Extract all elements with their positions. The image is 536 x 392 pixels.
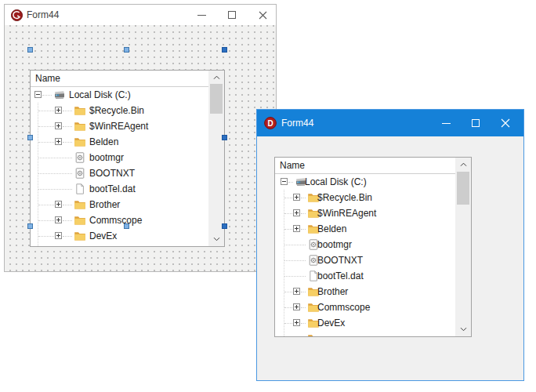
selection-handle-ne[interactable] (222, 47, 227, 53)
selection-handle-n[interactable] (124, 47, 129, 53)
scroll-thumb[interactable] (210, 84, 223, 114)
tree-row[interactable]: bootTel.dat (275, 268, 455, 284)
expand-toggle-plus[interactable] (293, 209, 300, 216)
tree-column-header[interactable]: Name (31, 71, 208, 87)
tree-row[interactable]: $WinREAgent (31, 118, 208, 134)
tree-row[interactable]: Belden (275, 221, 455, 237)
selection-handle-nw[interactable] (27, 47, 33, 53)
runtime-window: D Form44 Name Local Disk (C:) $Recycle.B… (256, 109, 524, 381)
scroll-down-button[interactable] (208, 233, 224, 245)
tree-row[interactable]: Brother (275, 284, 455, 299)
tree-item-label: bootTel.dat (317, 268, 364, 284)
tree-column-header[interactable]: Name (275, 158, 455, 174)
tree-item-label: Local Disk (C:) (305, 174, 367, 190)
folder-icon (74, 136, 86, 148)
form-design-surface[interactable]: Name Local Disk (C:) $Recycle.Bin $WinRE… (5, 25, 276, 271)
tree-connector (284, 292, 292, 292)
expand-toggle-plus[interactable] (293, 303, 300, 310)
folder-icon (74, 230, 86, 242)
runtime-titlebar[interactable]: D Form44 (257, 110, 523, 136)
maximize-button[interactable] (461, 110, 491, 136)
expand-toggle-plus[interactable] (55, 138, 62, 145)
expand-toggle-plus[interactable] (293, 194, 300, 201)
drive-icon (53, 89, 66, 101)
window-title: Form44 (27, 9, 59, 20)
delphi-app-icon: D (264, 117, 277, 129)
expand-toggle-minus[interactable] (281, 178, 288, 185)
maximize-button[interactable] (219, 5, 244, 25)
tree-row[interactable]: $Recycle.Bin (31, 103, 208, 118)
expand-toggle-plus[interactable] (55, 232, 62, 239)
vertical-scrollbar[interactable] (208, 71, 224, 246)
tree-connector (284, 260, 306, 261)
tree-row[interactable]: BOOTNXT (275, 252, 455, 268)
tree-row[interactable]: $WinREAgent (275, 205, 455, 221)
tree-item-label: $WinREAgent (317, 205, 376, 221)
tree-connector (301, 292, 306, 292)
minimize-icon (197, 15, 206, 16)
tree-row[interactable]: Local Disk (C:) (275, 174, 455, 190)
close-button[interactable] (491, 110, 520, 136)
tree-connector (38, 173, 72, 174)
expand-toggle-plus[interactable] (55, 201, 62, 208)
tree-connector (38, 205, 54, 205)
tree-item-label: BOOTNXT (317, 252, 363, 268)
selection-handle-e[interactable] (222, 135, 227, 140)
tree-row[interactable]: bootTel.dat (31, 181, 208, 197)
scroll-down-button[interactable] (455, 323, 471, 336)
tree-row[interactable]: bootmgr (31, 150, 208, 165)
tree-item-label: BOOTNXT (89, 165, 135, 181)
selection-handle-sw[interactable] (27, 223, 33, 229)
scroll-up-button[interactable] (208, 71, 224, 84)
expand-toggle-plus[interactable] (293, 319, 300, 326)
close-button[interactable] (250, 5, 275, 25)
tree-item-label: bootmgr (317, 237, 352, 252)
scroll-up-button[interactable] (455, 158, 471, 171)
selection-handle-s[interactable] (124, 223, 129, 229)
tree-row[interactable]: Brother (31, 197, 208, 212)
expand-toggle-minus[interactable] (34, 91, 42, 98)
tree-row[interactable]: bootmgr (275, 237, 455, 252)
tree-row[interactable]: Commscope (31, 212, 208, 228)
tree-item-label: $Recycle.Bin (89, 103, 144, 118)
folder-icon (74, 120, 86, 132)
vertical-scrollbar[interactable] (455, 158, 471, 336)
tree-row[interactable]: Local Disk (C:) (31, 87, 208, 103)
tree-connector (301, 323, 306, 324)
expand-toggle-plus[interactable] (293, 225, 300, 232)
tree-connector (63, 236, 72, 237)
tree-connector (38, 189, 72, 190)
tree-item-label: bootTel.dat (89, 181, 136, 197)
tree-item-label: Commscope (89, 212, 142, 228)
tree-connector (63, 205, 72, 205)
selection-handle-w[interactable] (27, 135, 33, 140)
maximize-icon (228, 11, 236, 19)
expand-toggle-plus[interactable] (55, 107, 62, 114)
tree-row[interactable]: DevEx (31, 228, 208, 244)
tree-row[interactable]: Commscope (275, 299, 455, 315)
expand-toggle-plus[interactable] (55, 122, 62, 129)
folder-icon (74, 214, 86, 227)
folder-icon (307, 332, 320, 336)
tree-row-partial[interactable] (31, 244, 208, 246)
tree-row[interactable]: BOOTNXT (31, 165, 208, 181)
treeview-runtime: Name Local Disk (C:) $Recycle.Bin $WinRE… (274, 157, 472, 337)
tree-connector (38, 126, 54, 127)
tree-connector (301, 229, 306, 230)
minimize-button[interactable] (189, 5, 214, 25)
minimize-button[interactable] (431, 110, 461, 136)
selection-handle-se[interactable] (222, 223, 227, 229)
tree-row-partial[interactable] (275, 331, 455, 336)
close-icon (259, 11, 267, 20)
expand-toggle-plus[interactable] (293, 288, 300, 295)
tree-row[interactable]: $Recycle.Bin (275, 190, 455, 205)
tree-row[interactable]: DevEx (275, 315, 455, 331)
tree-item-label: DevEx (317, 315, 345, 331)
expand-toggle-plus[interactable] (55, 216, 62, 223)
tree-connector (284, 245, 306, 245)
designer-titlebar[interactable]: Form44 (5, 5, 276, 25)
tree-connector (288, 182, 293, 183)
tree-connector (284, 276, 306, 277)
scroll-thumb[interactable] (457, 172, 469, 205)
tree-row[interactable]: Belden (31, 134, 208, 150)
